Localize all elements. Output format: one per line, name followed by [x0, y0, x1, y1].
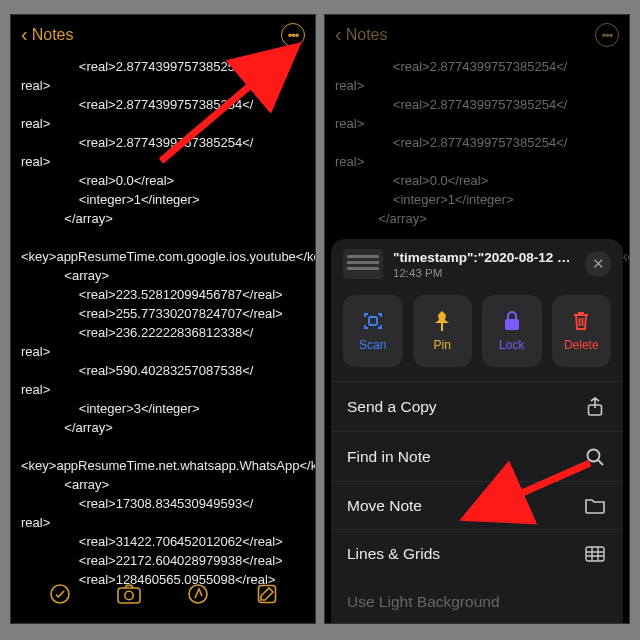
action-sheet: "timestamp":"2020-08-12 05:49:52.0… 12:4… — [331, 239, 623, 624]
phone-left: ‹ Notes ••• <real>2.8774399757385254</ r… — [10, 14, 316, 624]
move-label: Move Note — [347, 497, 422, 515]
svg-point-2 — [124, 591, 132, 599]
close-sheet-button[interactable]: ✕ — [585, 251, 611, 277]
phone-right: ‹ Notes ••• <real>2.8774399757385254</ r… — [324, 14, 630, 624]
find-in-note-row[interactable]: Find in Note — [331, 431, 623, 481]
back-chevron-icon[interactable]: ‹ — [21, 23, 28, 46]
lock-button[interactable]: Lock — [482, 295, 542, 367]
pin-icon — [431, 310, 453, 332]
checklist-icon[interactable] — [46, 580, 74, 608]
svg-point-10 — [588, 449, 600, 461]
scan-label: Scan — [359, 338, 386, 352]
trash-icon — [570, 310, 592, 332]
quick-actions: Scan Pin Lock Delete — [331, 287, 623, 381]
svg-rect-1 — [118, 588, 140, 603]
sheet-subtitle: 12:43 PM — [393, 267, 575, 279]
camera-icon[interactable] — [115, 580, 143, 608]
sheet-menu: Send a Copy Find in Note Move Note Lines… — [331, 381, 623, 624]
share-icon — [583, 397, 607, 417]
pin-button[interactable]: Pin — [413, 295, 473, 367]
svg-point-0 — [51, 585, 69, 603]
move-note-row[interactable]: Move Note — [331, 481, 623, 529]
scan-icon — [362, 310, 384, 332]
send-copy-row[interactable]: Send a Copy — [331, 381, 623, 431]
send-copy-label: Send a Copy — [347, 398, 437, 416]
back-button[interactable]: Notes — [32, 26, 74, 44]
light-background-row[interactable]: Use Light Background — [331, 577, 623, 624]
pin-label: Pin — [434, 338, 451, 352]
svg-rect-7 — [441, 323, 443, 331]
sheet-header: "timestamp":"2020-08-12 05:49:52.0… 12:4… — [331, 239, 623, 287]
back-chevron-icon: ‹ — [335, 23, 342, 46]
bottom-toolbar — [11, 573, 315, 615]
topbar: ‹ Notes ••• — [325, 15, 629, 55]
note-content[interactable]: <real>2.8774399757385254</ real> <real>2… — [11, 55, 315, 595]
lines-grids-row[interactable]: Lines & Grids — [331, 529, 623, 577]
light-label: Use Light Background — [347, 593, 500, 611]
more-button[interactable]: ••• — [281, 23, 305, 47]
lines-label: Lines & Grids — [347, 545, 440, 563]
compose-icon[interactable] — [253, 580, 281, 608]
scan-button[interactable]: Scan — [343, 295, 403, 367]
back-button: Notes — [346, 26, 388, 44]
sheet-title: "timestamp":"2020-08-12 05:49:52.0… — [393, 250, 575, 265]
grid-icon — [583, 546, 607, 562]
lock-icon — [501, 310, 523, 332]
note-thumbnail — [343, 249, 383, 279]
lock-label: Lock — [499, 338, 524, 352]
delete-button[interactable]: Delete — [552, 295, 612, 367]
topbar: ‹ Notes ••• — [11, 15, 315, 55]
svg-rect-6 — [369, 317, 377, 325]
search-icon — [583, 447, 607, 467]
svg-point-3 — [189, 585, 207, 603]
folder-icon — [583, 497, 607, 515]
find-label: Find in Note — [347, 448, 431, 466]
svg-rect-11 — [586, 547, 604, 561]
draw-icon[interactable] — [184, 580, 212, 608]
delete-label: Delete — [564, 338, 599, 352]
svg-rect-8 — [505, 319, 519, 330]
more-button: ••• — [595, 23, 619, 47]
